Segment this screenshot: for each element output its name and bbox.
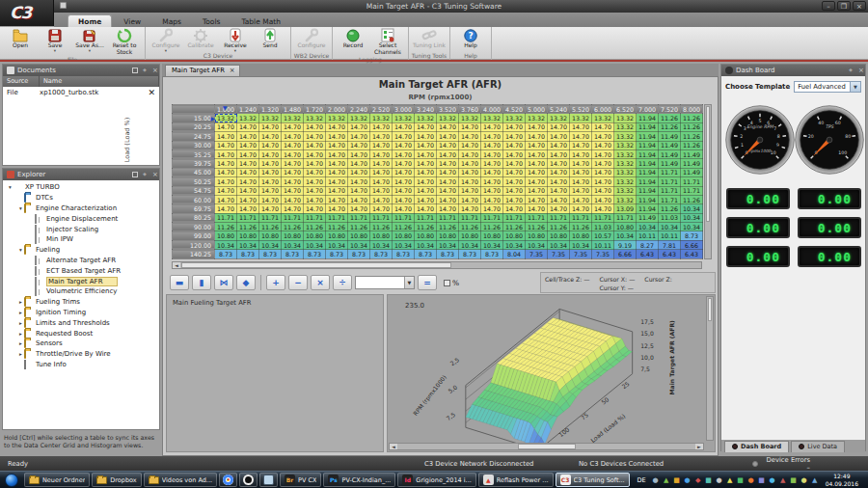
expander-icon[interactable]: ▸ xyxy=(17,310,24,315)
tree-item-min-ipw[interactable]: Min IPW xyxy=(3,234,159,245)
afr-cell[interactable]: 14.70 xyxy=(393,168,415,176)
afr-cell[interactable]: 8.73 xyxy=(237,250,259,258)
afr-cell[interactable]: 8.73 xyxy=(393,250,415,258)
afr-cell[interactable]: 14.70 xyxy=(548,195,570,203)
rpm-header-cell[interactable]: 1.240 xyxy=(237,105,259,114)
afr-cell[interactable]: 11.71 xyxy=(348,213,370,222)
tree-item-tune-info[interactable]: Tune Info xyxy=(3,360,159,370)
taskbar-clock[interactable]: 12:49 04.09.2016 xyxy=(822,473,864,488)
afr-cell[interactable]: 8.73 xyxy=(348,250,370,258)
afr-cell[interactable]: 13.32 xyxy=(614,168,637,176)
table-tool-2-button[interactable]: ▮ xyxy=(192,275,211,290)
afr-cell[interactable]: 11.26 xyxy=(237,223,259,231)
afr-cell[interactable]: 14.70 xyxy=(437,204,459,213)
afr-cell[interactable]: 14.70 xyxy=(415,186,437,195)
afr-cell[interactable]: 14.70 xyxy=(237,177,259,186)
tab-table-math[interactable]: Table Math xyxy=(231,15,290,27)
afr-cell[interactable]: 14.70 xyxy=(393,132,415,141)
expander-icon[interactable]: ▸ xyxy=(17,320,24,326)
tree-item-ect-based-target-afr[interactable]: ECT Based Target AFR xyxy=(3,265,159,276)
afr-cell[interactable]: 14.70 xyxy=(459,149,481,158)
afr-cell[interactable]: 11.26 xyxy=(526,223,548,231)
taskbar-computer-icon[interactable] xyxy=(259,473,278,487)
afr-cell[interactable]: 13.32 xyxy=(614,114,637,122)
afr-cell[interactable]: 14.70 xyxy=(237,195,259,203)
afr-cell[interactable]: 14.70 xyxy=(548,122,570,131)
afr-cell[interactable]: 14.70 xyxy=(370,168,393,176)
afr-cell[interactable]: 11.26 xyxy=(215,223,237,231)
afr-cell[interactable]: 11.26 xyxy=(548,223,570,231)
afr-cell[interactable]: 8.73 xyxy=(304,250,326,258)
afr-cell[interactable]: 14.70 xyxy=(592,159,614,168)
afr-cell[interactable]: 14.70 xyxy=(215,204,237,213)
tray-icon-1[interactable]: ● xyxy=(651,475,661,485)
rpm-header-cell[interactable]: 1.320 xyxy=(259,105,282,114)
afr-cell[interactable]: 14.70 xyxy=(503,168,526,176)
afr-cell[interactable]: 13.32 xyxy=(503,114,526,122)
afr-cell[interactable]: 14.70 xyxy=(259,149,282,158)
afr-cell[interactable]: 14.70 xyxy=(370,186,393,195)
afr-cell[interactable]: 14.70 xyxy=(437,149,459,158)
rpm-header-cell[interactable]: 5.240 xyxy=(548,105,570,114)
afr-cell[interactable]: 14.70 xyxy=(348,149,370,158)
table-tool-7-button[interactable]: × xyxy=(311,275,330,290)
afr-cell[interactable]: 14.70 xyxy=(481,141,503,149)
afr-cell[interactable]: 10.34 xyxy=(481,240,503,249)
load-header-cell[interactable]: 69.75 xyxy=(173,204,215,213)
afr-cell[interactable]: 14.70 xyxy=(237,122,259,131)
afr-cell[interactable]: 10.80 xyxy=(503,231,526,240)
minimize-button[interactable]: – xyxy=(822,1,835,11)
afr-cell[interactable]: 10.80 xyxy=(570,231,592,240)
afr-cell[interactable]: 11.71 xyxy=(681,186,703,195)
rpm-header-cell[interactable]: 6.000 xyxy=(592,105,614,114)
load-header-cell[interactable]: 99.00 xyxy=(173,231,215,240)
afr-cell[interactable]: 10.34 xyxy=(348,240,370,249)
reset-to-stock-button[interactable]: Reset to Stock xyxy=(108,28,141,56)
afr-cell[interactable]: 14.70 xyxy=(304,168,326,176)
load-header-cell[interactable]: 90.00 xyxy=(173,223,215,231)
plot-vertical-scrollbar[interactable] xyxy=(706,296,714,441)
panel-close-icon[interactable]: × xyxy=(857,67,865,74)
tab-main-target-afr[interactable]: Main Target AFR × xyxy=(165,65,240,76)
afr-cell[interactable]: 14.70 xyxy=(259,204,282,213)
afr-cell[interactable]: 14.70 xyxy=(304,204,326,213)
rpm-header-cell[interactable]: 6.520 xyxy=(614,105,637,114)
rpm-header-cell[interactable]: 3.760 xyxy=(459,105,481,114)
load-header-cell[interactable]: 15.00▶ xyxy=(173,114,215,122)
afr-cell[interactable]: 14.70 xyxy=(437,168,459,176)
afr-cell[interactable]: 7.35 xyxy=(526,250,548,258)
afr-cell[interactable]: 11.94 xyxy=(637,141,659,149)
afr-cell[interactable]: 7.81 xyxy=(659,240,681,249)
select-channels-button[interactable]: Select Channels xyxy=(371,28,404,56)
afr-cell[interactable]: 11.49 xyxy=(659,141,681,149)
afr-cell[interactable]: 14.70 xyxy=(326,204,348,213)
afr-cell[interactable]: 14.70 xyxy=(215,195,237,203)
restore-icon[interactable] xyxy=(132,68,138,73)
afr-cell[interactable]: 11.26 xyxy=(659,114,681,122)
afr-cell[interactable]: 14.70 xyxy=(215,122,237,131)
rpm-header-cell[interactable]: 8.000 xyxy=(681,105,703,114)
afr-cell[interactable]: 11.94 xyxy=(637,159,659,168)
rpm-header-cell[interactable]: 4.520 xyxy=(503,105,526,114)
taskbar-chrome-icon[interactable] xyxy=(219,473,237,487)
afr-cell[interactable]: 11.26 xyxy=(326,223,348,231)
afr-cell[interactable]: 11.26 xyxy=(437,223,459,231)
afr-cell[interactable]: 11.94 xyxy=(637,186,659,195)
afr-cell[interactable]: 14.70 xyxy=(437,122,459,131)
afr-cell[interactable]: 13.09 xyxy=(614,204,637,213)
close-button[interactable]: × xyxy=(853,1,866,11)
afr-cell[interactable]: 14.70 xyxy=(503,177,526,186)
afr-cell[interactable]: 14.70 xyxy=(526,122,548,131)
afr-cell[interactable]: 14.70 xyxy=(592,168,614,176)
afr-cell[interactable]: 11.49 xyxy=(681,159,703,168)
afr-cell[interactable]: 10.80 xyxy=(304,231,326,240)
afr-cell[interactable]: 14.70 xyxy=(348,186,370,195)
afr-cell[interactable]: 14.70 xyxy=(304,149,326,158)
afr-cell[interactable]: 14.70 xyxy=(437,132,459,141)
afr-cell[interactable]: 14.70 xyxy=(548,132,570,141)
afr-cell[interactable]: 13.32 xyxy=(614,177,637,186)
afr-cell[interactable]: 10.34 xyxy=(437,240,459,249)
taskbar-app-c3-tuning-soft[interactable]: C3C3 Tuning Soft... xyxy=(556,473,630,487)
afr-cell[interactable]: 14.70 xyxy=(348,122,370,131)
afr-cell[interactable]: 14.70 xyxy=(215,132,237,141)
